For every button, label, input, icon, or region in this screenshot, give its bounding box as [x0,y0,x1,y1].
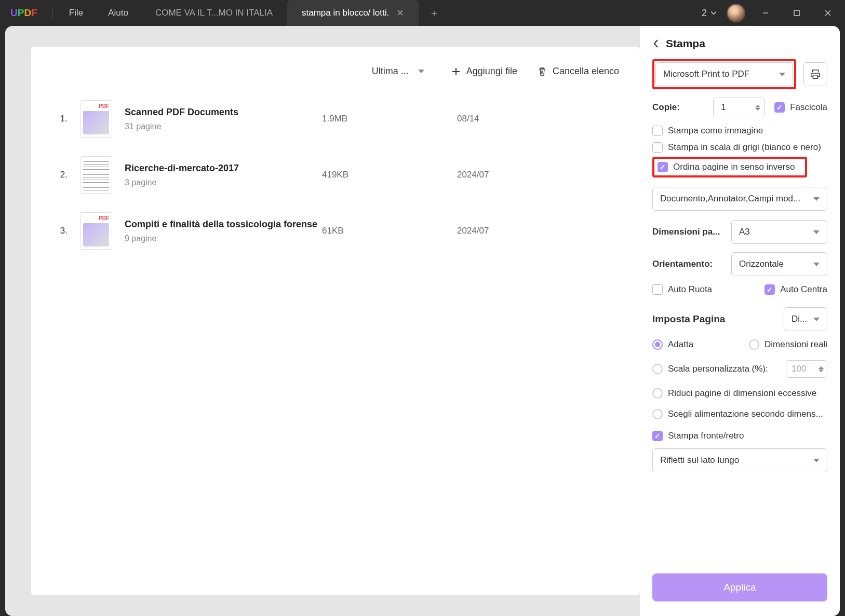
step-down-icon[interactable] [819,369,824,372]
checkbox-label: Auto Centra [780,284,827,295]
page-setup-label: Imposta Pagina [652,313,725,325]
printer-dropdown[interactable]: Microsoft Print to PDF [655,62,793,86]
menu-file[interactable]: File [57,8,96,18]
tab-active[interactable]: stampa in blocco/ lotti. ✕ [287,0,419,26]
orientation-value: Orizzontale [739,259,784,269]
step-up-icon[interactable] [755,105,760,107]
file-pages: 3 pagine [125,178,322,187]
collate-label: Fascicola [790,102,827,113]
row-index: 2. [52,170,68,180]
chevron-down-icon [813,230,820,234]
content-dropdown[interactable]: Documento,Annotator,Campi mod... [652,187,827,211]
print-button[interactable] [803,62,827,86]
back-icon[interactable] [652,39,660,48]
chevron-down-icon [813,318,820,321]
avatar[interactable] [727,4,745,22]
radio-label: Riduci pagine di dimensioni eccessive [668,388,816,399]
step-down-icon[interactable] [755,108,760,111]
minimize-button[interactable] [755,2,776,24]
main-area: Ultima ... Aggiungi file Cancella elenco… [31,47,640,595]
list-item[interactable]: 2. Ricerche-di-mercato-2017 3 pagine 419… [52,147,619,203]
file-size: 61KB [322,226,457,236]
chevron-down-icon [779,73,785,76]
radio-custom-scale[interactable]: Scala personalizzata (%): [652,364,768,374]
file-size: 419KB [322,170,457,180]
page-setup-dropdown[interactable]: Di... [784,307,827,331]
app-logo: UPDF [0,7,48,19]
panel-title: Stampa [666,37,705,50]
copies-value: 1 [721,102,726,113]
close-button[interactable] [817,2,839,24]
copies-input[interactable]: 1 [713,98,765,117]
orientation-label: Orientamento: [652,259,713,269]
tab-label: COME VA IL T...MO IN ITALIA [155,8,273,18]
paper-size-dropdown[interactable]: A3 [731,220,827,244]
close-icon[interactable]: ✕ [396,7,404,19]
list-item[interactable]: 3. Compiti e finalità della tossicologia… [52,203,619,259]
radio-actual-size[interactable]: Dimensioni reali [749,339,827,350]
menu-help[interactable]: Aiuto [96,8,141,18]
row-index: 1. [52,114,68,124]
step-up-icon[interactable] [819,366,824,369]
flip-value: Rifletti sul lato lungo [660,455,739,466]
file-pages: 31 pagine [125,122,322,131]
print-panel: Stampa Microsoft Print to PDF Copie: [640,26,840,616]
tab-label: stampa in blocco/ lotti. [302,8,389,18]
maximize-button[interactable] [786,2,808,24]
count-value: 2 [702,8,707,19]
file-name: Ricerche-di-mercato-2017 [125,163,322,174]
chevron-down-icon [418,70,424,73]
scale-value: 100 [792,364,806,374]
radio-paper-source[interactable]: Scegli alimentazione secondo dimens... [652,409,827,419]
print-as-image-checkbox[interactable]: Stampa come immagine [652,126,827,136]
copies-label: Copie: [652,102,680,113]
divider [52,7,52,19]
apply-button[interactable]: Applica [652,573,827,601]
file-name: Scanned PDF Documents [125,107,322,118]
radio-label: Scegli alimentazione secondo dimens... [668,409,823,419]
printer-icon [810,69,821,80]
sort-label: Ultima ... [372,66,409,77]
orientation-dropdown[interactable]: Orizzontale [731,252,827,276]
file-date: 2024/07 [457,170,489,180]
tab-inactive[interactable]: COME VA IL T...MO IN ITALIA [141,0,287,26]
clear-list-button[interactable]: Cancella elenco [537,66,619,77]
sort-dropdown[interactable]: Ultima ... [365,62,431,80]
titlebar: UPDF File Aiuto COME VA IL T...MO IN ITA… [0,0,845,26]
paper-label: Dimensioni pa... [652,227,720,237]
chevron-down-icon [813,197,820,201]
file-name: Compiti e finalità della tossicologia fo… [125,219,322,230]
new-tab-button[interactable]: ＋ [419,6,450,20]
duplex-checkbox[interactable]: Stampa fronte/retro [652,431,827,441]
list-item[interactable]: 1. Scanned PDF Documents 31 pagine 1.9MB… [52,91,619,147]
auto-center-checkbox[interactable]: Auto Centra [764,284,827,295]
add-file-button[interactable]: Aggiungi file [451,66,517,77]
content-value: Documento,Annotator,Campi mod... [660,194,800,204]
file-thumbnail [80,100,112,138]
auto-rotate-checkbox[interactable]: Auto Ruota [652,284,712,295]
radio-fit[interactable]: Adatta [652,339,693,350]
radio-shrink[interactable]: Riduci pagine di dimensioni eccessive [652,388,827,399]
add-file-label: Aggiungi file [466,66,517,77]
file-date: 2024/07 [457,226,489,236]
file-thumbnail [80,212,112,250]
plus-icon [451,66,461,77]
flip-dropdown[interactable]: Rifletti sul lato lungo [652,448,827,472]
radio-label: Adatta [668,339,693,350]
svg-rect-0 [794,10,799,16]
file-list: 1. Scanned PDF Documents 31 pagine 1.9MB… [31,91,640,259]
page-setup-value: Di... [792,314,807,324]
collate-checkbox[interactable]: Fascicola [774,102,827,113]
checkbox-label: Auto Ruota [668,284,712,295]
scale-input[interactable]: 100 [786,360,827,378]
paper-value: A3 [739,227,750,237]
grayscale-checkbox[interactable]: Stampa in scala di grigi (bianco e nero) [652,142,827,153]
reverse-pages-checkbox[interactable]: Ordina pagine in senso inverso [658,162,795,172]
reverse-highlight: Ordina pagine in senso inverso [652,157,807,177]
open-count[interactable]: 2 [702,8,717,19]
chevron-down-icon [710,9,717,17]
panel-header: Stampa [640,26,840,59]
file-date: 08/14 [457,114,479,124]
printer-highlight: Microsoft Print to PDF [652,59,796,89]
checkbox-label: Stampa come immagine [668,126,763,136]
